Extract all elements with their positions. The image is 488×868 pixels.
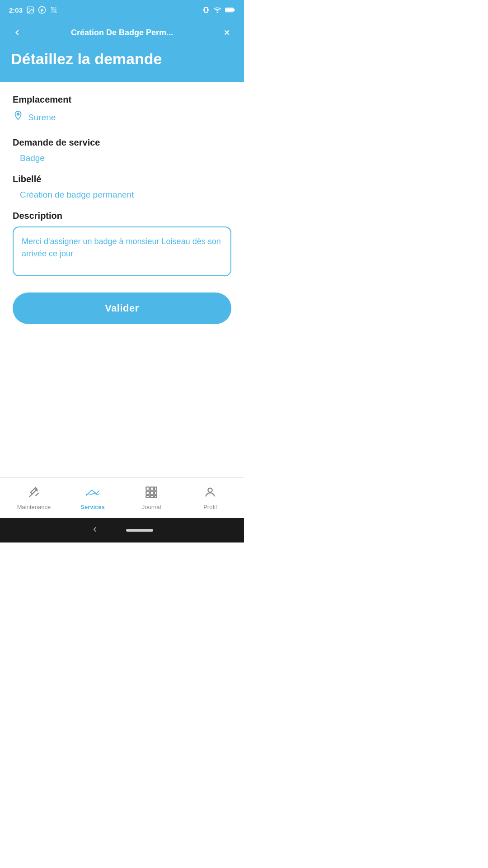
demande-value: Badge bbox=[20, 153, 231, 163]
parking-icon: P bbox=[38, 6, 46, 14]
settings-icon bbox=[50, 6, 58, 14]
description-text: Merci d'assigner un badge à monsieur Loi… bbox=[22, 237, 221, 258]
nav-maintenance[interactable]: Maintenance bbox=[5, 486, 63, 510]
location-row: Surene bbox=[13, 110, 231, 125]
svg-rect-28 bbox=[155, 487, 157, 490]
svg-rect-23 bbox=[150, 487, 154, 490]
svg-rect-25 bbox=[150, 491, 154, 494]
header: Création De Badge Perm... Détaillez la d… bbox=[0, 20, 244, 82]
android-home-indicator[interactable] bbox=[126, 529, 153, 532]
status-time: 2:03 bbox=[9, 6, 23, 14]
journal-icon bbox=[145, 486, 158, 502]
profil-icon bbox=[204, 486, 216, 502]
nav-journal[interactable]: Journal bbox=[122, 486, 181, 510]
svg-rect-24 bbox=[146, 491, 149, 494]
status-bar-left: 2:03 P bbox=[9, 6, 58, 14]
page-title: Détaillez la demande bbox=[9, 50, 235, 68]
svg-rect-29 bbox=[155, 491, 157, 494]
form-content: Emplacement Surene Demande de service Ba… bbox=[0, 82, 244, 324]
services-icon bbox=[85, 486, 100, 502]
nav-profil[interactable]: Profil bbox=[181, 486, 239, 510]
header-title: Création De Badge Perm... bbox=[25, 28, 219, 38]
close-button[interactable] bbox=[219, 24, 235, 41]
status-bar: 2:03 P bbox=[0, 0, 244, 20]
svg-line-19 bbox=[29, 494, 33, 497]
vibrate-icon bbox=[202, 6, 210, 14]
libelle-value: Création de badge permanent bbox=[20, 190, 231, 200]
nav-services[interactable]: Services bbox=[63, 486, 122, 510]
back-button[interactable] bbox=[9, 24, 25, 41]
svg-rect-26 bbox=[146, 495, 149, 498]
maintenance-icon bbox=[28, 486, 40, 502]
svg-rect-9 bbox=[205, 8, 208, 13]
android-bar bbox=[0, 518, 244, 542]
svg-rect-27 bbox=[150, 495, 154, 498]
location-value: Surene bbox=[28, 113, 56, 123]
libelle-label: Libellé bbox=[13, 174, 231, 184]
emplacement-label: Emplacement bbox=[13, 94, 231, 105]
battery-icon bbox=[225, 7, 235, 13]
demande-label: Demande de service bbox=[13, 137, 231, 148]
svg-point-31 bbox=[208, 488, 212, 492]
svg-point-12 bbox=[217, 12, 218, 13]
android-back-button[interactable] bbox=[91, 525, 99, 536]
svg-rect-15 bbox=[225, 8, 233, 11]
status-bar-right bbox=[202, 6, 235, 14]
validate-button[interactable]: Valider bbox=[13, 292, 231, 324]
svg-point-18 bbox=[17, 113, 19, 115]
bottom-nav: Maintenance Services bbox=[0, 477, 244, 518]
maintenance-label: Maintenance bbox=[17, 504, 51, 510]
svg-line-8 bbox=[55, 11, 56, 13]
location-icon bbox=[13, 110, 23, 125]
description-box[interactable]: Merci d'assigner un badge à monsieur Loi… bbox=[13, 226, 231, 276]
svg-rect-30 bbox=[155, 495, 157, 498]
description-label: Description bbox=[13, 211, 231, 221]
header-nav: Création De Badge Perm... bbox=[9, 24, 235, 41]
journal-label: Journal bbox=[142, 504, 161, 510]
wifi-icon bbox=[213, 6, 221, 14]
svg-rect-14 bbox=[233, 9, 235, 11]
profil-label: Profil bbox=[203, 504, 217, 510]
gallery-icon bbox=[26, 6, 34, 14]
svg-line-20 bbox=[36, 493, 39, 496]
svg-text:P: P bbox=[41, 8, 43, 13]
svg-point-1 bbox=[28, 8, 29, 9]
services-label: Services bbox=[80, 504, 105, 510]
svg-line-21 bbox=[33, 491, 36, 494]
svg-rect-22 bbox=[146, 487, 149, 490]
svg-line-7 bbox=[51, 7, 52, 9]
